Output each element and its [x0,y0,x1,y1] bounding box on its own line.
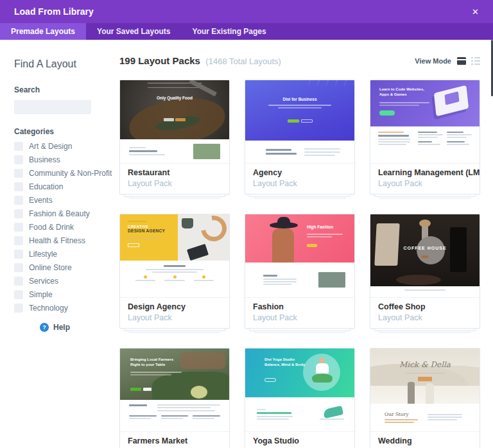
pack-title: Restaurant [128,168,221,178]
pack-title: Yoga Studio [253,436,347,447]
pack-subtitle: Layout Pack [128,178,221,189]
close-icon[interactable]: ✕ [472,8,479,16]
layout-pack-yoga-studio[interactable]: Divi Yoga Studio Balance, Mind & Body [245,348,355,448]
checkbox[interactable] [14,155,23,164]
checkbox[interactable] [14,290,23,299]
sidebar: Find A Layout Search Categories Art & De… [0,40,119,448]
category-label: Business [29,155,60,164]
layout-pack-fashion[interactable]: High Fashion [245,214,355,333]
hero-text: Divi Yoga Studio Balance, Mind & Body [264,358,307,368]
pack-title: Design Agency [128,302,221,313]
pack-subtitle: Layout Pack [128,313,221,323]
help-link[interactable]: ? Help [40,323,119,332]
category-lifestyle[interactable]: Lifestyle [14,250,119,259]
tab-your-saved-layouts[interactable]: Your Saved Layouts [86,23,181,40]
thumbnail-design-agency: CREATIVE DESIGN AGENCY [120,214,229,298]
hero-text: DESIGN AGENCY [128,228,178,233]
help-label: Help [53,323,70,332]
category-services[interactable]: Services [14,277,119,286]
pack-title: Learning Management (LMS) [378,168,472,178]
modal-title: Load From Library [14,6,94,17]
layout-pack-coffee-shop[interactable]: COFFEE HOUSE Coffee Shop Layout Pack [370,214,480,333]
category-label: Services [29,277,58,286]
thumbnail-fashion: High Fashion [245,214,354,298]
modal-body: Find A Layout Search Categories Art & De… [0,40,493,448]
total-layouts: (1468 Total Layouts) [205,56,281,66]
category-label: Fashion & Beauty [29,209,90,218]
layout-pack-restaurant[interactable]: Only Quality Food [119,80,230,199]
category-health-fitness[interactable]: Health & Fitness [14,236,119,245]
checkbox[interactable] [14,236,23,245]
grid-view-icon[interactable] [457,57,466,65]
pack-title: Coffee Shop [378,302,472,313]
sidebar-heading: Find A Layout [14,58,119,70]
checkbox[interactable] [14,250,23,259]
packs-count: 199 Layout Packs [119,55,200,66]
checkbox[interactable] [14,196,23,205]
hero-text: COFFEE HOUSE [370,245,480,251]
layout-pack-agency[interactable]: Divi for Business [245,80,355,199]
main-content: 199 Layout Packs (1468 Total Layouts) Vi… [119,40,493,448]
category-events[interactable]: Events [14,196,119,205]
checkbox[interactable] [14,209,23,218]
category-online-store[interactable]: Online Store [14,263,119,272]
category-fashion-beauty[interactable]: Fashion & Beauty [14,209,119,218]
checkbox[interactable] [14,304,23,313]
preview-heading: Our Story [385,411,422,417]
thumbnail-yoga-studio: Divi Yoga Studio Balance, Mind & Body [245,349,354,432]
list-view-icon[interactable] [471,57,480,65]
hero-text: Learn to Code Websites, Apps & Games [379,87,431,98]
pack-subtitle: Layout Pack [378,178,472,189]
search-label: Search [14,85,119,94]
category-label: Online Store [29,263,72,272]
pack-title: Wedding [378,436,472,447]
category-technology[interactable]: Technology [14,304,119,313]
hero-text: Mick & Della [370,360,480,369]
category-education[interactable]: Education [14,182,119,191]
thumbnail-restaurant: Only Quality Food [120,80,229,164]
thumbnail-farmers-market: Bringing Local Farmers Right to your Tab… [120,349,229,432]
checkbox[interactable] [14,169,23,178]
category-art-design[interactable]: Art & Design [14,142,119,151]
category-label: Art & Design [29,142,72,151]
category-label: Health & Fitness [29,236,85,245]
thumbnail-lms: Learn to Code Websites, Apps & Games [370,80,480,164]
pack-title: Farmers Market [128,436,221,447]
category-label: Lifestyle [29,250,57,259]
thumbnail-wedding: Mick & Della Our Story [370,349,480,432]
category-label: Simple [29,290,53,299]
layout-pack-wedding[interactable]: Mick & Della Our Story [370,348,480,448]
modal-header: Load From Library ✕ [0,0,493,23]
results-header: 199 Layout Packs (1468 Total Layouts) Vi… [119,55,480,67]
help-icon: ? [40,323,49,332]
category-food-drink[interactable]: Food & Drink [14,223,119,232]
thumbnail-agency: Divi for Business [245,80,354,164]
pack-subtitle: Layout Pack [253,178,347,189]
category-label: Events [29,196,53,205]
category-label: Food & Drink [29,223,74,232]
layout-pack-design-agency[interactable]: CREATIVE DESIGN AGENCY [119,214,230,333]
checkbox[interactable] [14,263,23,272]
hero-text: Bringing Local Farmers Right to your Tab… [130,358,179,368]
category-business[interactable]: Business [14,155,119,164]
tab-bar: Premade Layouts Your Saved Layouts Your … [0,23,493,40]
layout-pack-grid: Only Quality Food [119,80,480,448]
layout-pack-learning-management[interactable]: Learn to Code Websites, Apps & Games [370,80,480,199]
tab-your-existing-pages[interactable]: Your Existing Pages [182,23,277,40]
category-label: Technology [29,304,68,313]
view-mode: View Mode [415,57,480,65]
category-simple[interactable]: Simple [14,290,119,299]
checkbox[interactable] [14,277,23,286]
category-label: Community & Non-Profit [29,169,112,178]
tab-premade-layouts[interactable]: Premade Layouts [0,23,86,40]
category-community-non-profit[interactable]: Community & Non-Profit [14,169,119,178]
layout-pack-farmers-market[interactable]: Bringing Local Farmers Right to your Tab… [119,348,230,448]
checkbox[interactable] [14,142,23,151]
view-mode-label: View Mode [415,57,451,65]
checkbox[interactable] [14,182,23,191]
search-input[interactable] [14,100,91,114]
checkbox[interactable] [14,223,23,232]
thumbnail-coffee-shop: COFFEE HOUSE [370,214,480,298]
categories-label: Categories [14,127,119,136]
pack-title: Agency [253,168,347,178]
